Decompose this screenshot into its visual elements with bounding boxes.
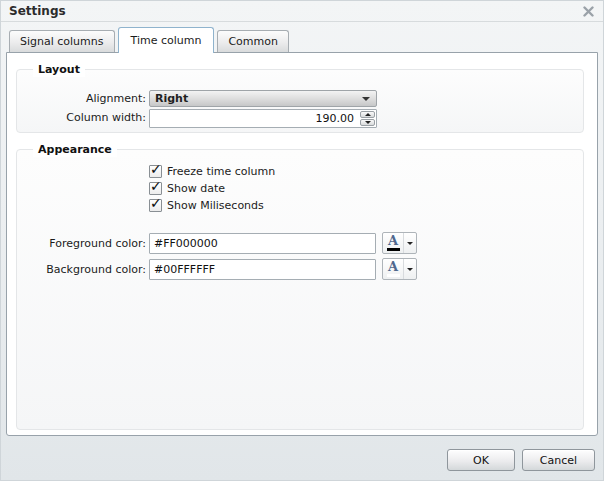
checkbox-box[interactable]: ✓ xyxy=(149,182,162,195)
checkbox-show-miliseconds[interactable]: ✓ Show Miliseconds xyxy=(149,197,583,214)
close-icon[interactable] xyxy=(581,4,595,18)
appearance-group-heading: Appearance xyxy=(33,142,117,157)
spin-up-icon xyxy=(365,113,371,116)
chevron-down-icon xyxy=(407,242,413,245)
tab-content-panel: Layout Alignment: Right Column width: xyxy=(6,52,598,436)
background-color-swatch xyxy=(387,274,400,277)
column-width-stepper xyxy=(149,109,377,128)
ok-button[interactable]: OK xyxy=(447,449,515,471)
color-picker-dropdown-arrow[interactable] xyxy=(403,233,416,253)
tab-signal-columns[interactable]: Signal columns xyxy=(9,30,115,52)
checkbox-freeze-time-column[interactable]: ✓ Freeze time column xyxy=(149,163,583,180)
checkbox-show-date[interactable]: ✓ Show date xyxy=(149,180,583,197)
background-color-row: Background color: A xyxy=(17,258,583,280)
dialog-footer: OK Cancel xyxy=(1,436,603,481)
checkbox-label: Show date xyxy=(167,182,225,195)
check-icon: ✓ xyxy=(150,178,162,194)
check-icon: ✓ xyxy=(150,195,162,211)
foreground-color-swatch xyxy=(387,248,400,251)
settings-dialog: Settings Signal columns Time column Comm… xyxy=(0,0,604,481)
font-color-icon: A xyxy=(383,233,403,253)
checkbox-label: Freeze time column xyxy=(167,165,275,178)
alignment-dropdown[interactable]: Right xyxy=(149,90,377,107)
cancel-button[interactable]: Cancel xyxy=(522,449,595,471)
chevron-down-icon xyxy=(362,97,370,101)
title-bar: Settings xyxy=(1,1,603,22)
layout-group: Layout Alignment: Right Column width: xyxy=(16,69,584,133)
background-color-label: Background color: xyxy=(17,263,146,276)
column-width-label: Column width: xyxy=(17,111,146,124)
checkbox-box[interactable]: ✓ xyxy=(149,165,162,178)
tab-strip: Signal columns Time column Common xyxy=(1,22,603,52)
alignment-row: Alignment: Right xyxy=(17,90,583,107)
checkbox-box[interactable]: ✓ xyxy=(149,199,162,212)
appearance-group: Appearance ✓ Freeze time column ✓ Show d… xyxy=(16,149,584,430)
column-width-row: Column width: xyxy=(17,107,583,128)
dialog-title: Settings xyxy=(9,4,66,18)
background-color-input[interactable] xyxy=(149,259,376,280)
foreground-color-row: Foreground color: A xyxy=(17,232,583,254)
chevron-down-icon xyxy=(407,268,413,271)
column-width-input[interactable] xyxy=(149,109,377,128)
tab-common[interactable]: Common xyxy=(217,30,289,52)
check-icon: ✓ xyxy=(150,161,162,177)
color-picker-dropdown-arrow[interactable] xyxy=(403,259,416,279)
foreground-color-picker-button[interactable]: A xyxy=(382,232,417,254)
tab-time-column[interactable]: Time column xyxy=(118,27,215,53)
font-color-icon: A xyxy=(383,259,403,279)
spin-down-icon xyxy=(365,121,371,124)
layout-group-heading: Layout xyxy=(33,62,85,77)
background-color-picker-button[interactable]: A xyxy=(382,258,417,280)
foreground-color-label: Foreground color: xyxy=(17,237,146,250)
checkbox-label: Show Miliseconds xyxy=(167,199,264,212)
alignment-dropdown-value: Right xyxy=(155,92,188,105)
spin-down-button[interactable] xyxy=(360,119,375,126)
foreground-color-input[interactable] xyxy=(149,233,376,254)
alignment-label: Alignment: xyxy=(17,92,146,105)
spin-up-button[interactable] xyxy=(360,111,375,118)
